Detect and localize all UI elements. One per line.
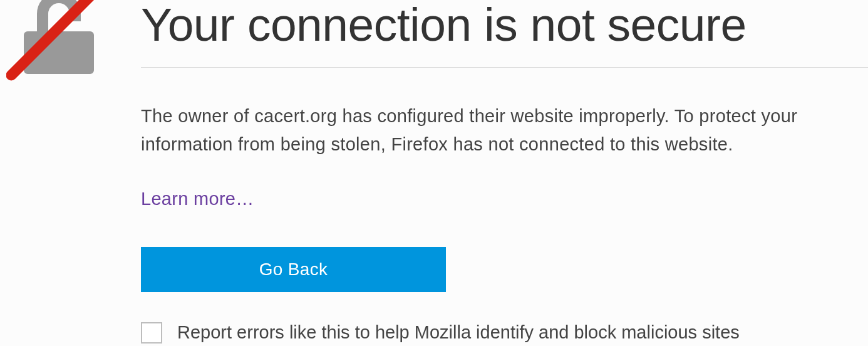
report-checkbox[interactable] (141, 322, 162, 343)
learn-more-link[interactable]: Learn more… (141, 189, 254, 209)
report-label: Report errors like this to help Mozilla … (177, 322, 740, 343)
page-title: Your connection is not secure (141, 0, 868, 68)
error-description: The owner of cacert.org has configured t… (141, 102, 868, 159)
insecure-lock-icon (6, 0, 106, 81)
go-back-button[interactable]: Go Back (141, 247, 446, 292)
